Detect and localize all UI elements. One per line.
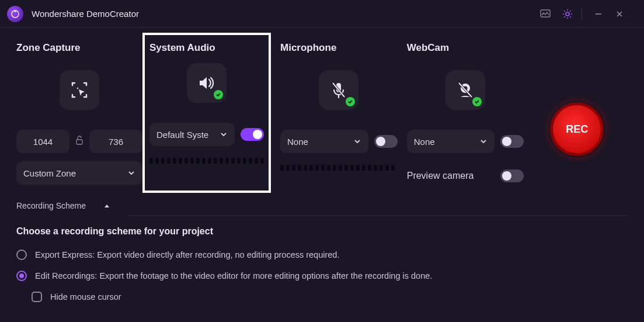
speaker-icon — [196, 72, 217, 94]
settings-icon[interactable] — [559, 6, 576, 22]
microphone-level-meter — [280, 165, 398, 171]
radio-icon — [16, 250, 27, 260]
webcam-device-label: None — [414, 137, 480, 147]
fullscreen-select-icon — [69, 79, 90, 101]
hide-mouse-cursor-option[interactable]: Hide mouse cursor — [32, 292, 628, 302]
zone-capture-icon-button[interactable] — [60, 70, 99, 110]
microphone-device-dropdown[interactable]: None — [280, 130, 368, 153]
svg-line-10 — [564, 16, 565, 18]
webcam-off-icon — [455, 79, 476, 101]
app-title: Wondershare DemoCreator — [32, 9, 139, 19]
scheme-option-export-express[interactable]: Export Express: Export video directly af… — [16, 250, 628, 260]
recording-scheme-label: Recording Scheme — [16, 201, 86, 210]
microphone-column: Microphone None — [271, 42, 398, 193]
scheme-title: Choose a recording scheme for your proje… — [16, 226, 628, 237]
status-enabled-badge — [472, 97, 482, 106]
system-audio-toggle[interactable] — [241, 128, 264, 141]
width-input[interactable]: 1044 — [16, 130, 69, 153]
zone-mode-label: Custom Zone — [23, 168, 127, 178]
aspect-lock-icon[interactable] — [75, 136, 83, 147]
webcam-column: WebCam None Preview camera — [398, 42, 524, 193]
system-audio-column: System Audio Default Syste — [142, 33, 271, 193]
system-audio-device-dropdown[interactable]: Default Syste — [149, 123, 235, 146]
chevron-down-icon — [479, 137, 488, 146]
webcam-toggle[interactable] — [500, 135, 524, 148]
checkbox-icon — [32, 292, 42, 302]
svg-point-15 — [77, 88, 78, 89]
microphone-icon-button[interactable] — [319, 70, 358, 110]
system-audio-title: System Audio — [149, 42, 264, 54]
system-audio-device-label: Default Syste — [156, 130, 220, 140]
zone-capture-column: Zone Capture 1044 736 Custom Zone — [16, 42, 142, 193]
hide-mouse-cursor-label: Hide mouse cursor — [50, 292, 121, 302]
svg-point-1 — [15, 11, 16, 12]
preview-camera-toggle[interactable] — [500, 169, 524, 182]
microphone-muted-icon — [328, 79, 349, 101]
preview-camera-label: Preview camera — [407, 171, 474, 181]
scheme-option-label: Export Express: Export video directly af… — [35, 250, 339, 259]
recording-scheme-panel: Choose a recording scheme for your proje… — [0, 216, 644, 302]
status-enabled-badge — [214, 90, 223, 99]
microphone-device-label: None — [287, 137, 353, 147]
chevron-down-icon — [220, 130, 228, 139]
status-enabled-badge — [346, 97, 355, 106]
chevron-down-icon — [127, 169, 135, 177]
system-audio-icon-button[interactable] — [187, 63, 227, 103]
app-logo — [7, 6, 23, 22]
zone-mode-dropdown[interactable]: Custom Zone — [16, 161, 142, 185]
system-audio-level-meter — [149, 158, 264, 164]
microphone-toggle[interactable] — [374, 135, 398, 148]
scheme-option-edit-recordings[interactable]: Edit Recordings: Export the footage to t… — [16, 271, 628, 281]
webcam-icon-button[interactable] — [445, 70, 485, 110]
svg-rect-16 — [76, 140, 82, 144]
svg-line-8 — [564, 11, 565, 12]
svg-rect-2 — [541, 10, 550, 17]
webcam-device-dropdown[interactable]: None — [407, 130, 495, 153]
svg-line-9 — [570, 16, 571, 18]
radio-selected-icon — [16, 271, 27, 281]
zone-capture-title: Zone Capture — [16, 42, 142, 54]
microphone-title: Microphone — [280, 42, 398, 54]
webcam-title: WebCam — [407, 42, 524, 54]
record-button[interactable]: REC — [550, 102, 604, 156]
height-input[interactable]: 736 — [89, 130, 142, 153]
record-column: REC — [524, 42, 630, 193]
svg-line-11 — [570, 11, 571, 12]
title-divider — [582, 8, 582, 20]
caret-up-icon — [103, 203, 110, 209]
capture-options: Zone Capture 1044 736 Custom Zone System… — [0, 28, 644, 193]
minimize-button[interactable] — [588, 6, 609, 22]
chevron-down-icon — [353, 137, 361, 146]
svg-point-3 — [566, 12, 569, 16]
title-bar: Wondershare DemoCreator — [0, 0, 644, 28]
close-button[interactable] — [609, 6, 630, 22]
editor-icon[interactable] — [537, 6, 554, 22]
scheme-option-label: Edit Recordings: Export the footage to t… — [35, 271, 432, 281]
recording-scheme-toggle[interactable]: Recording Scheme — [0, 201, 644, 210]
